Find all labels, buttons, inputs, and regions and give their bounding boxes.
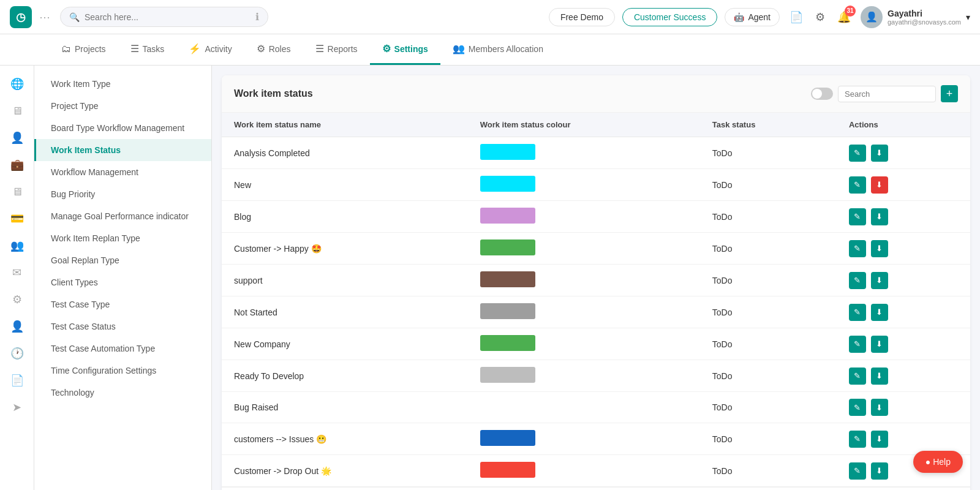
table-row: Customer -> Drop Out 🌟 ToDo ✎ ⬇: [222, 455, 970, 487]
delete-button[interactable]: ⬇: [871, 399, 888, 416]
panel-search-input[interactable]: [838, 86, 936, 102]
user-name: Gayathri: [888, 9, 961, 18]
sidebar-icon-file[interactable]: 📄: [6, 369, 28, 391]
edit-button[interactable]: ✎: [849, 336, 866, 353]
sidebar-icon-send[interactable]: ➤: [6, 396, 28, 418]
cell-task-status: ToDo: [700, 233, 837, 265]
cell-task-status: ToDo: [700, 360, 837, 392]
sidebar-item-time-config[interactable]: Time Configuration Settings: [34, 360, 211, 382]
sidebar-icon-briefcase[interactable]: 💼: [6, 154, 28, 176]
content-area: Work item status + Work item status name…: [212, 66, 980, 490]
add-button[interactable]: +: [941, 85, 958, 102]
customer-success-button[interactable]: Customer Success: [622, 8, 717, 26]
user-avatar-area[interactable]: 👤 Gayathri gayathri@snovasys.com ▾: [861, 6, 970, 28]
agent-button[interactable]: 🤖 Agent: [725, 8, 780, 26]
sidebar-icon-monitor[interactable]: 🖥: [6, 100, 28, 122]
color-swatch: [480, 335, 535, 351]
cell-task-status: ToDo: [700, 455, 837, 487]
sidebar-item-bug-priority[interactable]: Bug Priority: [34, 183, 211, 205]
cell-name: Customer -> Happy 🤩: [222, 233, 468, 265]
col-actions: Actions: [837, 113, 970, 137]
edit-button[interactable]: ✎: [849, 368, 866, 385]
table-header-row: Work item status name Work item status c…: [222, 113, 970, 137]
delete-button[interactable]: ⬇: [871, 145, 888, 162]
icon-sidebar: 🌐 🖥 👤 💼 🖥 💳 👥 ✉ ⚙ 👤 🕐 📄 ➤: [0, 66, 34, 490]
notifications-button[interactable]: 🔔 31: [835, 8, 853, 26]
color-swatch: [480, 176, 535, 192]
edit-button[interactable]: ✎: [849, 208, 866, 225]
document-button[interactable]: 📄: [787, 8, 805, 26]
work-item-table: Work item status name Work item status c…: [222, 113, 970, 487]
sidebar-item-board-type[interactable]: Board Type Workflow Management: [34, 117, 211, 139]
free-demo-button[interactable]: Free Demo: [549, 8, 615, 26]
table-row: Not Started ToDo ✎ ⬇: [222, 296, 970, 328]
settings-button[interactable]: ⚙: [813, 8, 827, 26]
sidebar-item-technology[interactable]: Technology: [34, 382, 211, 404]
agent-icon: 🤖: [734, 12, 744, 22]
tab-members[interactable]: 👥 Members Allocation: [440, 34, 556, 65]
cell-name: Not Started: [222, 296, 468, 328]
edit-button[interactable]: ✎: [849, 272, 866, 289]
delete-button[interactable]: ⬇: [871, 368, 888, 385]
edit-button[interactable]: ✎: [849, 145, 866, 162]
tab-projects[interactable]: 🗂 Projects: [49, 34, 118, 65]
sidebar-icon-person[interactable]: 👤: [6, 315, 28, 337]
cell-task-status: ToDo: [700, 296, 837, 328]
sidebar-item-client-types[interactable]: Client Types: [34, 271, 211, 293]
sidebar-item-test-case-status[interactable]: Test Case Status: [34, 315, 211, 337]
delete-button[interactable]: ⬇: [871, 272, 888, 289]
sidebar-icon-desktop[interactable]: 🖥: [6, 181, 28, 203]
sidebar-item-goal-replan[interactable]: Goal Replan Type: [34, 249, 211, 271]
col-name: Work item status name: [222, 113, 468, 137]
reports-icon: ☰: [315, 43, 324, 55]
sidebar-item-manage-goal[interactable]: Manage Goal Performance indicator: [34, 205, 211, 227]
help-button[interactable]: ● Help: [913, 451, 963, 473]
edit-button[interactable]: ✎: [849, 399, 866, 416]
sidebar-item-test-case-type[interactable]: Test Case Type: [34, 293, 211, 315]
sidebar-icon-card[interactable]: 💳: [6, 208, 28, 230]
delete-button[interactable]: ⬇: [871, 176, 888, 194]
table-row: New ToDo ✎ ⬇: [222, 169, 970, 201]
sidebar-item-test-case-automation[interactable]: Test Case Automation Type: [34, 337, 211, 360]
delete-button[interactable]: ⬇: [871, 336, 888, 353]
delete-button[interactable]: ⬇: [871, 304, 888, 321]
info-icon: ℹ: [255, 11, 259, 23]
edit-button[interactable]: ✎: [849, 176, 866, 194]
cell-actions: ✎ ⬇: [837, 360, 970, 392]
tab-settings[interactable]: ⚙ Settings: [370, 34, 440, 65]
edit-button[interactable]: ✎: [849, 304, 866, 321]
sidebar-item-workflow-management[interactable]: Workflow Management: [34, 161, 211, 183]
delete-button[interactable]: ⬇: [871, 208, 888, 225]
cell-name: New: [222, 169, 468, 201]
cell-color: [468, 233, 700, 265]
sidebar-item-work-item-replan[interactable]: Work Item Replan Type: [34, 227, 211, 249]
sidebar-icon-gear[interactable]: ⚙: [6, 288, 28, 311]
color-swatch: [480, 430, 535, 446]
tab-tasks[interactable]: ☰ Tasks: [118, 34, 177, 65]
tab-activity[interactable]: ⚡ Activity: [176, 34, 244, 65]
sidebar-icon-clock[interactable]: 🕐: [6, 342, 28, 364]
tab-reports[interactable]: ☰ Reports: [303, 34, 370, 65]
header-dots: ⋯: [39, 10, 50, 24]
sidebar-icon-user[interactable]: 👤: [6, 127, 28, 149]
search-input[interactable]: [85, 12, 248, 22]
search-bar[interactable]: 🔍 ℹ: [60, 7, 268, 27]
sidebar-item-project-type[interactable]: Project Type: [34, 95, 211, 117]
sidebar-icon-mail[interactable]: ✉: [6, 262, 28, 284]
sidebar-icon-team[interactable]: 👥: [6, 235, 28, 257]
edit-button[interactable]: ✎: [849, 240, 866, 257]
cell-color: [468, 392, 700, 423]
cell-actions: ✎ ⬇: [837, 296, 970, 328]
sidebar-item-work-item-type[interactable]: Work Item Type: [34, 73, 211, 95]
tab-roles[interactable]: ⚙ Roles: [244, 34, 303, 65]
sidebar-icon-globe[interactable]: 🌐: [6, 73, 28, 95]
delete-button[interactable]: ⬇: [871, 431, 888, 448]
delete-button[interactable]: ⬇: [871, 240, 888, 257]
cell-actions: ✎ ⬇: [837, 169, 970, 201]
edit-button[interactable]: ✎: [849, 462, 866, 480]
sidebar-item-work-item-status[interactable]: Work Item Status: [34, 139, 211, 161]
search-toggle[interactable]: [811, 88, 833, 100]
delete-button[interactable]: ⬇: [871, 462, 888, 480]
edit-button[interactable]: ✎: [849, 431, 866, 448]
cell-actions: ✎ ⬇: [837, 233, 970, 265]
